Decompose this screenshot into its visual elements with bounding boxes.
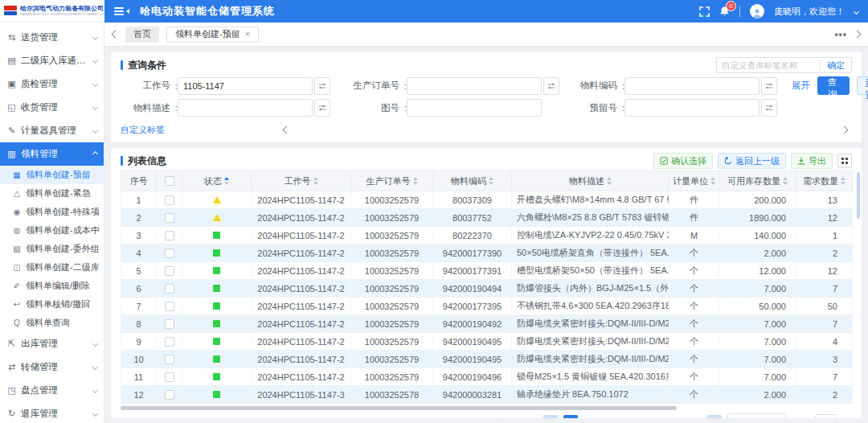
avatar[interactable] bbox=[750, 4, 764, 18]
column-header-unit[interactable]: 计量单位 bbox=[669, 171, 719, 191]
page-size-select[interactable]: 200条/页 bbox=[727, 413, 786, 418]
sidebar-item[interactable]: ⇆送货管理 bbox=[0, 26, 104, 49]
sidebar-collapse-button[interactable] bbox=[114, 7, 129, 15]
sidebar-subitem[interactable]: Q领料单查询 bbox=[0, 314, 104, 332]
sidebar-subitem[interactable]: ▧领料单创建-委外组件 bbox=[0, 240, 104, 258]
column-header-demand-qty[interactable]: 需求数量 bbox=[796, 171, 853, 191]
production-order-filter-button[interactable] bbox=[543, 77, 559, 95]
column-header-material-desc[interactable]: 物料描述 bbox=[512, 171, 669, 191]
expand-link[interactable]: 展开 bbox=[792, 80, 810, 92]
reset-button[interactable]: 重置 bbox=[857, 76, 868, 95]
page-button[interactable]: 6 bbox=[652, 415, 666, 418]
sidebar-subitem[interactable]: ◍领料单创建-成本中心 bbox=[0, 221, 104, 240]
tabs-more-icon[interactable]: ••• bbox=[834, 29, 847, 40]
sidebar-item[interactable]: ⇱出库管理 bbox=[0, 332, 104, 355]
column-header-status[interactable]: 状态 bbox=[182, 171, 252, 191]
tag-scroll-left-icon[interactable] bbox=[283, 126, 291, 134]
sort-icon[interactable] bbox=[489, 177, 493, 185]
sidebar-subitem[interactable]: ✐领料单编辑/删除 bbox=[0, 277, 104, 295]
search-button[interactable]: 查询 bbox=[817, 76, 850, 95]
material-desc-filter-button[interactable] bbox=[314, 99, 330, 117]
work-no-input[interactable] bbox=[178, 77, 313, 95]
next-page-button[interactable] bbox=[707, 415, 722, 418]
sort-icon[interactable] bbox=[607, 177, 612, 185]
sort-icon[interactable] bbox=[313, 177, 318, 185]
back-to-parent-button[interactable]: 返回上一级 bbox=[718, 153, 786, 169]
production-order-input[interactable] bbox=[407, 77, 542, 95]
page-button[interactable]: 3 bbox=[599, 415, 613, 418]
sort-icon[interactable] bbox=[841, 177, 845, 185]
sidebar-subitem[interactable]: ▦领料单创建-预留 bbox=[0, 166, 104, 184]
page-button[interactable]: 4 bbox=[616, 415, 631, 418]
custom-tag-name-input[interactable] bbox=[717, 59, 820, 72]
column-header-material-code[interactable]: 物料编码 bbox=[433, 171, 512, 191]
column-header-work-no[interactable]: 工作号 bbox=[252, 171, 351, 191]
material-code-filter-button[interactable] bbox=[761, 77, 777, 95]
sidebar-item[interactable]: ⇄转储管理 bbox=[0, 355, 104, 379]
sidebar-item[interactable]: ✎计量器具管理 bbox=[0, 119, 104, 142]
row-checkbox[interactable] bbox=[165, 248, 174, 258]
chevron-down-icon[interactable] bbox=[854, 8, 859, 14]
close-icon[interactable]: × bbox=[245, 30, 250, 39]
tab-home[interactable]: 首页 bbox=[125, 27, 159, 43]
row-checkbox[interactable] bbox=[165, 302, 174, 311]
sidebar-item[interactable]: ▥领料管理 bbox=[0, 142, 104, 166]
sidebar-item[interactable]: ↻退库管理 bbox=[0, 402, 104, 423]
confirm-select-button[interactable]: 确认选择 bbox=[653, 153, 713, 169]
horizontal-scrollbar-thumb[interactable] bbox=[121, 406, 677, 410]
column-header-select[interactable] bbox=[157, 171, 182, 191]
sidebar-item[interactable]: ▤二级库入库通知单 bbox=[0, 49, 104, 72]
row-checkbox[interactable] bbox=[165, 319, 174, 329]
page-button[interactable]: 2 bbox=[581, 415, 596, 418]
sidebar-item[interactable]: ▣质检管理 bbox=[0, 72, 104, 96]
column-header-available-stock[interactable]: 可用库存数量 bbox=[719, 171, 796, 191]
tabs-forward-chevron-icon[interactable] bbox=[854, 31, 862, 39]
reserve-no-input[interactable] bbox=[624, 99, 760, 117]
production-order-label: 生产订单号 bbox=[342, 80, 399, 92]
sort-icon[interactable] bbox=[413, 177, 418, 185]
sidebar-item-label: 计量器具管理 bbox=[21, 125, 89, 137]
row-checkbox[interactable] bbox=[165, 266, 174, 276]
sidebar-item[interactable]: ◳盘点管理 bbox=[0, 379, 104, 402]
material-desc-input[interactable] bbox=[178, 99, 313, 117]
sort-icon[interactable] bbox=[783, 177, 788, 185]
drawing-no-input[interactable] bbox=[407, 99, 542, 117]
sidebar-subitem[interactable]: △领料单创建-紧急 bbox=[0, 184, 104, 203]
edit-delete-icon: ✐ bbox=[12, 281, 22, 290]
column-settings-button[interactable] bbox=[837, 154, 852, 168]
page-button[interactable]: 12 bbox=[687, 415, 702, 418]
tabs-back-chevron-icon[interactable] bbox=[112, 31, 120, 39]
row-checkbox[interactable] bbox=[165, 337, 174, 347]
sort-icon[interactable] bbox=[224, 177, 229, 185]
goto-page-input[interactable] bbox=[815, 414, 837, 418]
custom-tag-link[interactable]: 自定义标签 bbox=[121, 124, 165, 136]
row-checkbox[interactable] bbox=[165, 284, 174, 294]
export-button[interactable]: 导出 bbox=[791, 153, 833, 169]
row-checkbox[interactable] bbox=[165, 355, 174, 364]
tag-scroll-right-icon[interactable] bbox=[841, 126, 849, 134]
user-greeting[interactable]: 庞晓明，欢迎您！ bbox=[774, 6, 845, 18]
row-checkbox[interactable] bbox=[165, 390, 174, 400]
page-button[interactable]: 1 bbox=[563, 415, 578, 418]
row-checkbox[interactable] bbox=[165, 195, 174, 205]
column-header-order-no[interactable]: 生产订单号 bbox=[351, 171, 433, 191]
sidebar-subitem[interactable]: ◉领料单创建-特殊项目 bbox=[0, 203, 104, 221]
select-all-checkbox[interactable] bbox=[165, 176, 174, 186]
sidebar-subitem[interactable]: ↩领料单核销/撤回 bbox=[0, 295, 104, 314]
page-button[interactable]: 5 bbox=[634, 415, 649, 418]
prev-page-button[interactable] bbox=[543, 415, 558, 418]
material-code-input[interactable] bbox=[624, 77, 760, 95]
reserve-no-filter-button[interactable] bbox=[761, 99, 777, 117]
work-no-filter-button[interactable] bbox=[314, 77, 330, 95]
sort-icon[interactable] bbox=[710, 177, 715, 185]
notification-button[interactable]: 0 bbox=[719, 6, 730, 17]
vertical-scrollbar-thumb[interactable] bbox=[857, 172, 860, 219]
sidebar-item[interactable]: ◱收货管理 bbox=[0, 96, 104, 119]
row-checkbox[interactable] bbox=[165, 372, 174, 382]
sidebar-subitem[interactable]: ◫领料单创建-二级库 bbox=[0, 258, 104, 277]
tag-confirm-button[interactable]: 确定 bbox=[821, 60, 851, 72]
tab-material-reserve[interactable]: 领料单创建-预留 × bbox=[166, 27, 259, 43]
row-checkbox[interactable] bbox=[165, 213, 174, 223]
fullscreen-button[interactable] bbox=[699, 6, 710, 17]
row-checkbox[interactable] bbox=[165, 231, 174, 240]
